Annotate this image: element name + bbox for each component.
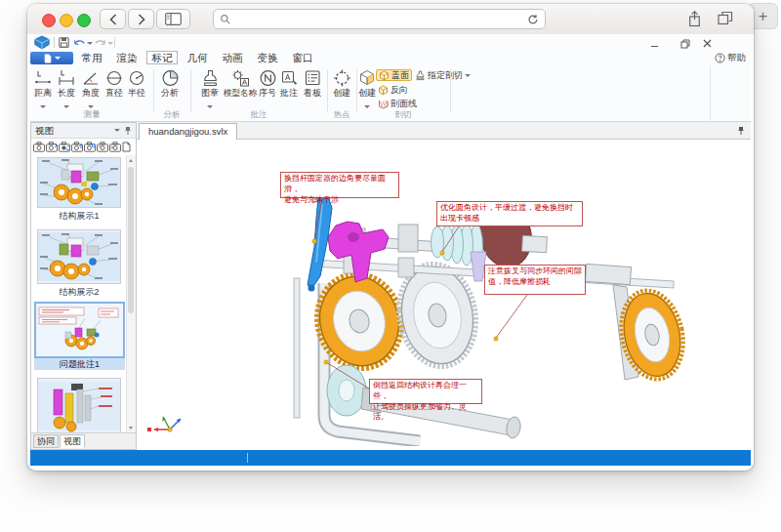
annotation-callout-4[interactable]: 倒挡返回结构设计再合理一些， 让驾驶员操纵更加省力、灵活。 xyxy=(369,379,482,404)
tab-xuanran[interactable]: 渲染 xyxy=(113,51,141,65)
diameter-icon xyxy=(105,68,123,88)
tab-donghua[interactable]: 动画 xyxy=(219,51,246,65)
panel-dropdown-caret[interactable] xyxy=(114,129,120,132)
file-menu-button[interactable] xyxy=(30,52,73,64)
undo-dropdown-caret[interactable] xyxy=(87,42,93,45)
section-assign-option[interactable]: 指定剖切 xyxy=(413,69,473,81)
minimize-button[interactable] xyxy=(647,38,661,49)
forward-button[interactable] xyxy=(128,9,154,29)
view-thumbnail-4[interactable] xyxy=(37,378,121,433)
file-icon xyxy=(44,54,52,63)
annotation-callout-1[interactable]: 换挡杆固定器的边角要尽量圆滑， 避免与壳体干涉 xyxy=(280,172,399,198)
note-a-icon xyxy=(280,68,299,88)
board-icon xyxy=(304,68,322,88)
tab-jihe[interactable]: 几何 xyxy=(184,51,211,65)
restore-button[interactable] xyxy=(678,38,692,49)
scrollbar-thumb[interactable] xyxy=(128,167,134,313)
quick-access-toolbar xyxy=(27,34,754,51)
redo-icon[interactable] xyxy=(94,37,106,48)
view-thumbnail-label[interactable]: 结构展示2 xyxy=(31,286,127,299)
search-icon xyxy=(220,14,231,25)
document-tab-bar: huandangjigou.svlx xyxy=(137,122,751,140)
address-search-field[interactable] xyxy=(213,9,546,29)
group-label-measure: 测量 xyxy=(30,109,153,121)
stamp-icon xyxy=(201,68,220,88)
reload-icon[interactable] xyxy=(527,14,539,25)
assign-stamp-icon xyxy=(415,70,426,81)
ribbon-right-border xyxy=(710,65,711,121)
model-name-button[interactable]: 模型名称 xyxy=(224,68,257,98)
annotation-callout-3[interactable]: 注意拨叉与同步环间的间隙 值，降低摩擦损耗 xyxy=(484,265,586,295)
stamp-button[interactable]: 图章 xyxy=(197,68,223,115)
share-button[interactable] xyxy=(687,11,702,31)
app-logo-icon xyxy=(33,35,51,50)
view-thumbnail-list: 结构展示1 xyxy=(31,155,136,433)
sidebar-toggle-button[interactable] xyxy=(156,9,190,29)
view-thumbnail-structure2[interactable] xyxy=(37,229,121,284)
camera-icon-5[interactable] xyxy=(84,142,96,152)
analysis-icon xyxy=(161,68,180,88)
tab-overview-button[interactable] xyxy=(718,11,733,29)
view-thumbnail-label[interactable]: 结构展示1 xyxy=(31,210,127,223)
zoom-traffic-light[interactable] xyxy=(77,14,91,27)
thumbnail-scrollbar[interactable] xyxy=(126,155,136,433)
pin-icon[interactable] xyxy=(737,126,745,136)
browser-titlebar xyxy=(27,4,754,35)
tab-chuangkou[interactable]: 窗口 xyxy=(289,51,316,65)
group-label-analysis: 分析 xyxy=(153,109,190,121)
tab-changyong[interactable]: 常用 xyxy=(78,51,105,65)
view-thumbnail-problem-annotation1-selected[interactable] xyxy=(34,302,125,358)
camera-icon-2[interactable] xyxy=(46,142,58,152)
hotspot-create-button[interactable]: 创建 xyxy=(329,68,354,98)
view-thumbnail-label-selected[interactable]: 问题批注1 xyxy=(34,358,125,370)
circled-n-icon xyxy=(259,68,277,88)
camera-icon-1[interactable] xyxy=(33,142,45,152)
group-label-annotation: 批注 xyxy=(190,109,327,121)
length-button[interactable]: 长度 xyxy=(54,68,79,115)
section-hatch-option[interactable]: 剖面线 xyxy=(376,98,419,109)
document-tab[interactable]: huandangjigou.svlx xyxy=(139,123,237,140)
thumbnail-scene-icon xyxy=(38,379,120,433)
group-divider xyxy=(327,69,328,112)
file-menu-caret xyxy=(55,57,61,60)
analyze-button[interactable]: 分析 xyxy=(157,68,183,98)
section-cube-icon xyxy=(357,68,377,88)
distance-button[interactable]: 距离 xyxy=(30,68,56,115)
tab-biaoji[interactable]: 标记 xyxy=(146,51,178,64)
board-button[interactable]: 看板 xyxy=(300,68,325,98)
angle-button[interactable]: 角度 xyxy=(78,68,103,115)
camera-icon-3[interactable] xyxy=(59,142,70,152)
scroll-up-icon[interactable] xyxy=(129,159,133,162)
redo-dropdown-caret[interactable] xyxy=(107,42,113,45)
pin-icon[interactable] xyxy=(124,126,132,136)
camera-icon-4[interactable] xyxy=(71,142,83,152)
tab-bianhuan[interactable]: 变换 xyxy=(254,51,281,65)
help-button[interactable]: 帮助 xyxy=(715,52,746,64)
radius-button[interactable]: 半径 xyxy=(124,68,149,98)
annotation-callout-2[interactable]: 优化圆角设计，平缓过渡，避免换挡时 出现卡顿感 xyxy=(436,201,583,226)
help-label: 帮助 xyxy=(727,52,746,64)
minimize-traffic-light[interactable] xyxy=(60,14,73,27)
cube-reverse-icon xyxy=(378,85,389,96)
crosshair-icon xyxy=(333,68,351,88)
scroll-down-icon[interactable] xyxy=(129,427,133,430)
view-thumbnail-structure1[interactable] xyxy=(37,157,121,208)
tab-collaboration[interactable]: 协同 xyxy=(33,434,59,448)
page-icon[interactable] xyxy=(122,142,131,152)
section-cover-face-option[interactable]: 盖面 xyxy=(376,69,412,81)
divider xyxy=(114,37,115,48)
group-divider xyxy=(450,69,451,112)
tab-view[interactable]: 视图 xyxy=(60,434,85,448)
back-button[interactable] xyxy=(100,9,126,29)
close-button[interactable] xyxy=(700,38,714,49)
save-icon[interactable] xyxy=(59,37,69,48)
undo-icon[interactable] xyxy=(73,37,86,48)
camera-icon-7[interactable] xyxy=(109,142,121,152)
annotate-button[interactable]: 批注 xyxy=(277,68,301,98)
balloon-number-button[interactable]: 序号 xyxy=(256,68,279,98)
ribbon: 距离 长度 角度 直径 半径 测量 分析 xyxy=(30,65,751,122)
model-viewport[interactable]: 换挡杆固定器的边角要尽量圆滑， 避免与壳体干涉 优化圆角设计，平缓过渡，避免换挡… xyxy=(137,140,751,446)
section-reverse-option[interactable]: 反向 xyxy=(376,84,410,96)
camera-icon-6[interactable] xyxy=(97,142,108,152)
close-traffic-light[interactable] xyxy=(42,14,56,27)
